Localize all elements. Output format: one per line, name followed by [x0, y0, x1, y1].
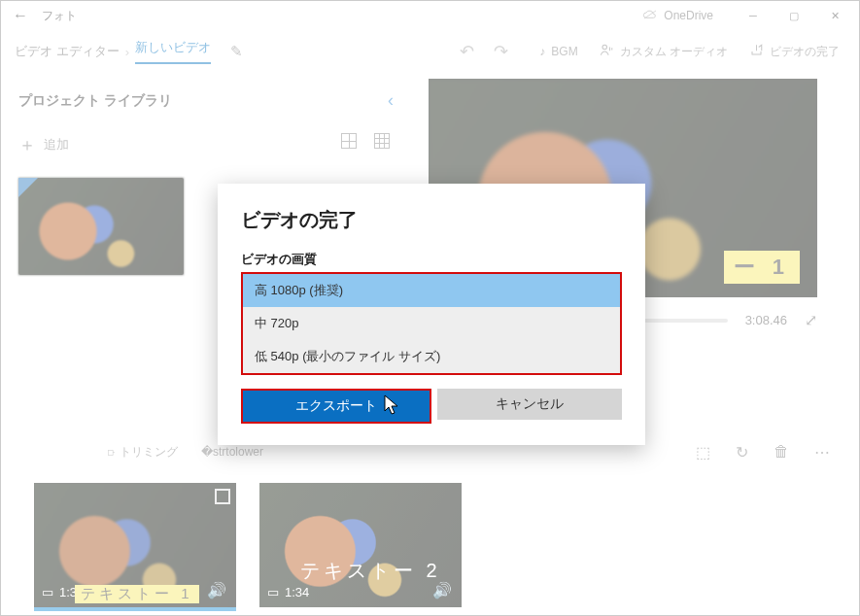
- dialog-subtitle: ビデオの画質: [241, 251, 622, 268]
- quality-option-low[interactable]: 低 540p (最小のファイル サイズ): [243, 340, 620, 373]
- preview-text-overlay: ー 1: [724, 251, 800, 284]
- trim-button[interactable]: ⟥ トリミング: [108, 444, 178, 461]
- person-audio-icon: [600, 43, 614, 60]
- breadcrumb-newvideo[interactable]: 新しいビデオ: [135, 39, 211, 64]
- bgm-label: BGM: [551, 45, 577, 58]
- used-marker-icon: [18, 178, 38, 197]
- more-icon[interactable]: ⋯: [814, 443, 830, 462]
- app-title: フォト: [42, 8, 77, 24]
- storyboard-clip-2[interactable]: テキストー 2 ▭1:34 🔊: [259, 483, 462, 607]
- back-button[interactable]: ←: [5, 7, 36, 24]
- clip1-progress: [34, 607, 236, 611]
- redo-button[interactable]: ↷: [494, 41, 508, 62]
- finish-video-button[interactable]: ビデオの完了: [749, 43, 840, 60]
- chevron-right-icon: ›: [125, 45, 129, 59]
- collapse-chevron-icon[interactable]: ‹: [388, 90, 394, 111]
- minimize-button[interactable]: ─: [733, 2, 774, 29]
- clip-icon: ▭: [267, 585, 279, 599]
- export-button[interactable]: エクスポート: [243, 391, 430, 422]
- select-checkbox[interactable]: [215, 489, 230, 504]
- clip1-text-badge: テキストー 1: [75, 585, 199, 603]
- quality-option-high[interactable]: 高 1080p (推奨): [243, 274, 620, 307]
- split-button[interactable]: �strtolower: [201, 445, 263, 459]
- finish-label: ビデオの完了: [770, 44, 840, 60]
- quality-option-medium[interactable]: 中 720p: [243, 307, 620, 340]
- rotate-icon[interactable]: ↻: [736, 443, 748, 462]
- clip-icon: ▭: [42, 585, 53, 599]
- trash-icon[interactable]: 🗑: [774, 443, 789, 462]
- breadcrumb-editor[interactable]: ビデオ エディター: [15, 43, 120, 60]
- finish-video-dialog: ビデオの完了 ビデオの画質 高 1080p (推奨) 中 720p 低 540p…: [218, 184, 645, 445]
- music-icon: ♪: [539, 45, 545, 58]
- fullscreen-icon[interactable]: ⤢: [805, 311, 817, 329]
- storyboard-clip-1[interactable]: ▭1:34 テキストー 1 🔊: [34, 483, 236, 607]
- grid-large-icon[interactable]: [341, 133, 357, 149]
- cloud-icon: [642, 9, 658, 22]
- plus-icon: ＋: [18, 133, 36, 156]
- maximize-button[interactable]: ▢: [774, 2, 814, 29]
- trim-icon: ⟥: [108, 445, 115, 459]
- close-button[interactable]: ✕: [814, 2, 855, 29]
- onedrive-indicator[interactable]: OneDrive: [642, 9, 713, 22]
- clip2-duration: 1:34: [285, 585, 309, 599]
- quality-list: 高 1080p (推奨) 中 720p 低 540p (最小のファイル サイズ): [241, 272, 622, 375]
- custom-audio-label: カスタム オーディオ: [620, 44, 728, 60]
- library-thumbnail[interactable]: [18, 178, 184, 275]
- undo-button[interactable]: ↶: [460, 41, 474, 62]
- bgm-button[interactable]: ♪ BGM: [539, 45, 577, 58]
- mouse-cursor-icon: [384, 394, 399, 416]
- library-title: プロジェクト ライブラリ: [18, 92, 401, 110]
- crop-icon[interactable]: ⬚: [696, 443, 710, 462]
- time-display: 3:08.46: [745, 313, 787, 327]
- cancel-button[interactable]: キャンセル: [437, 389, 622, 420]
- onedrive-label: OneDrive: [664, 9, 713, 22]
- trim-label: トリミング: [120, 444, 178, 461]
- svg-point-1: [602, 45, 607, 50]
- clip2-text-overlay: テキストー 2: [300, 558, 441, 584]
- add-label: 追加: [44, 136, 69, 154]
- custom-audio-button[interactable]: カスタム オーディオ: [600, 43, 728, 60]
- export-icon: [749, 43, 764, 60]
- split-icon: �strtolower: [201, 445, 263, 459]
- volume-icon[interactable]: 🔊: [207, 581, 226, 599]
- pencil-icon[interactable]: ✎: [230, 43, 243, 60]
- volume-icon[interactable]: 🔊: [432, 581, 452, 599]
- dialog-title: ビデオの完了: [241, 207, 622, 233]
- grid-small-icon[interactable]: [374, 133, 390, 149]
